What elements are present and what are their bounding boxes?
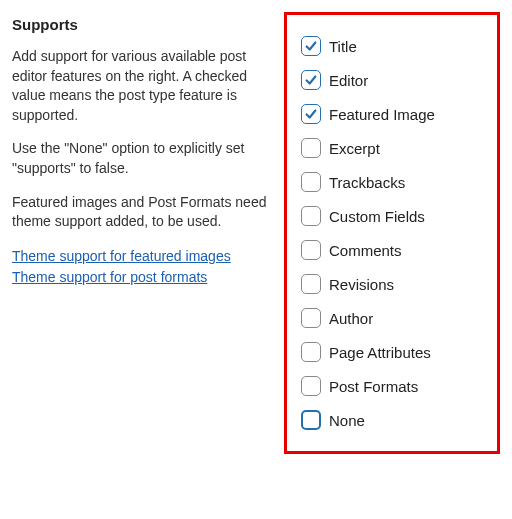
supports-links: Theme support for featured images Theme …	[12, 246, 272, 288]
supports-desc-3: Featured images and Post Formats need th…	[12, 193, 272, 232]
link-theme-support-featured-images[interactable]: Theme support for featured images	[12, 246, 272, 267]
supports-description: Add support for various available post e…	[12, 47, 272, 232]
supports-options-column: TitleEditorFeatured ImageExcerptTrackbac…	[284, 12, 500, 454]
supports-checkbox[interactable]	[301, 206, 321, 226]
supports-checkbox[interactable]	[301, 342, 321, 362]
supports-heading: Supports	[12, 16, 272, 33]
supports-option-row: Author	[301, 301, 483, 335]
supports-option-label: Custom Fields	[329, 208, 425, 225]
supports-option-label: Page Attributes	[329, 344, 431, 361]
supports-checkbox[interactable]	[301, 274, 321, 294]
supports-checkbox[interactable]	[301, 376, 321, 396]
supports-description-column: Supports Add support for various availab…	[12, 12, 272, 454]
supports-option-row: None	[301, 403, 483, 437]
supports-option-label: Featured Image	[329, 106, 435, 123]
supports-option-label: Trackbacks	[329, 174, 405, 191]
supports-option-label: Revisions	[329, 276, 394, 293]
supports-option-row: Revisions	[301, 267, 483, 301]
supports-checkbox[interactable]	[301, 410, 321, 430]
supports-option-row: Trackbacks	[301, 165, 483, 199]
supports-option-row: Page Attributes	[301, 335, 483, 369]
supports-checkbox[interactable]	[301, 138, 321, 158]
supports-checkbox[interactable]	[301, 36, 321, 56]
supports-checkbox[interactable]	[301, 240, 321, 260]
supports-desc-2: Use the "None" option to explicitly set …	[12, 139, 272, 178]
supports-option-row: Post Formats	[301, 369, 483, 403]
supports-desc-1: Add support for various available post e…	[12, 47, 272, 125]
supports-section: Supports Add support for various availab…	[12, 12, 500, 454]
supports-checkbox[interactable]	[301, 70, 321, 90]
supports-option-label: Author	[329, 310, 373, 327]
supports-checkbox[interactable]	[301, 308, 321, 328]
supports-option-label: Comments	[329, 242, 402, 259]
supports-checkbox[interactable]	[301, 172, 321, 192]
supports-option-row: Featured Image	[301, 97, 483, 131]
supports-option-label: Post Formats	[329, 378, 418, 395]
supports-option-row: Comments	[301, 233, 483, 267]
supports-option-label: None	[329, 412, 365, 429]
link-theme-support-post-formats[interactable]: Theme support for post formats	[12, 267, 272, 288]
supports-option-row: Custom Fields	[301, 199, 483, 233]
supports-option-label: Editor	[329, 72, 368, 89]
supports-checkbox[interactable]	[301, 104, 321, 124]
supports-option-row: Excerpt	[301, 131, 483, 165]
supports-option-row: Editor	[301, 63, 483, 97]
supports-option-row: Title	[301, 29, 483, 63]
supports-option-label: Title	[329, 38, 357, 55]
supports-option-label: Excerpt	[329, 140, 380, 157]
